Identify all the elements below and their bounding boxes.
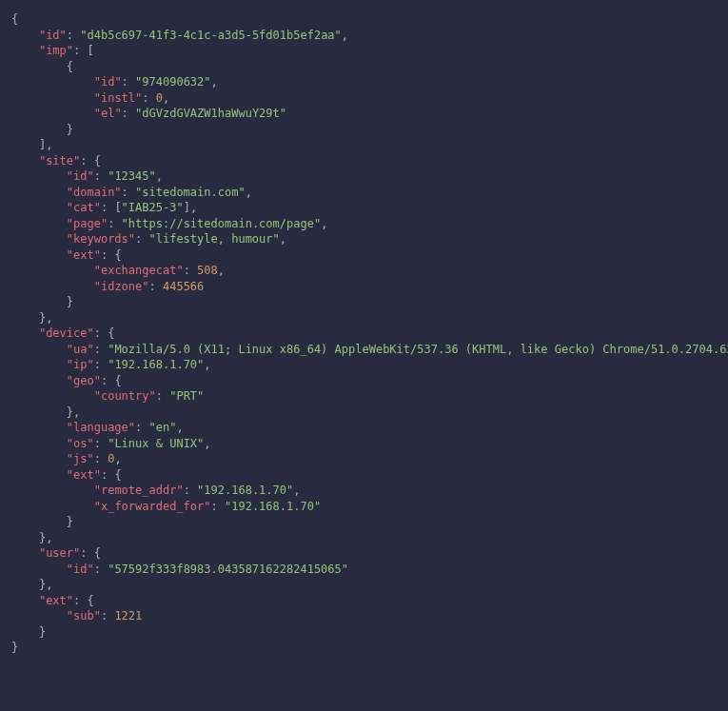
json-number: 508 <box>197 264 218 277</box>
json-string: "https://sitedomain.com/page" <box>122 217 322 230</box>
json-key: "ua" <box>67 343 94 356</box>
json-key: "keywords" <box>67 232 135 246</box>
json-string: "PRT" <box>169 389 204 403</box>
json-key: "js" <box>67 452 94 465</box>
json-string: "192.168.1.70" <box>197 484 293 497</box>
json-string: "Mozilla/5.0 (X11; Linux x86_64) AppleWe… <box>108 343 728 356</box>
json-string: "974090632" <box>135 75 210 89</box>
json-key: "user" <box>39 546 80 560</box>
json-string: "d4b5c697-41f3-4c1c-a3d5-5fd01b5ef2aa" <box>80 29 342 42</box>
json-string: "Linux & UNIX" <box>108 437 204 450</box>
json-string: "192.168.1.70" <box>108 358 204 371</box>
brace-close: } <box>11 641 18 654</box>
brace-open: { <box>11 12 18 26</box>
json-key: "ext" <box>67 248 101 262</box>
json-key: "idzone" <box>94 280 149 293</box>
json-string: "192.168.1.70" <box>225 500 321 513</box>
json-string: "57592f333f8983.043587162282415065" <box>108 563 348 576</box>
json-key: "instl" <box>94 91 143 105</box>
json-key: "device" <box>39 326 94 340</box>
json-key: "geo" <box>67 374 101 387</box>
json-key: "country" <box>94 389 156 403</box>
json-key: "imp" <box>39 44 73 57</box>
json-string: "sitedomain.com" <box>135 186 246 199</box>
json-key: "x_forwarded_for" <box>94 500 211 513</box>
json-number: 0 <box>156 91 163 105</box>
json-key: "exchangecat" <box>94 264 184 277</box>
json-number: 445566 <box>163 280 204 293</box>
json-key: "ip" <box>67 358 94 371</box>
json-key: "site" <box>39 154 80 168</box>
json-key: "os" <box>67 437 94 450</box>
json-key: "id" <box>67 169 94 183</box>
json-key: "cat" <box>67 201 101 214</box>
json-string: "dGVzdGVAZW1haWwuY29t" <box>135 107 286 120</box>
json-string: "IAB25-3" <box>122 201 184 214</box>
json-key: "language" <box>67 421 135 434</box>
json-code-block: { "id": "d4b5c697-41f3-4c1c-a3d5-5fd01b5… <box>11 11 717 656</box>
json-string: "12345" <box>108 169 156 183</box>
json-string: "en" <box>149 421 177 434</box>
json-key: "id" <box>94 75 122 89</box>
json-key: "remote_addr" <box>94 484 184 497</box>
json-key: "ext" <box>39 594 73 607</box>
json-key: "domain" <box>67 186 122 199</box>
json-key: "sub" <box>67 609 101 622</box>
json-string: "lifestyle, humour" <box>149 232 280 246</box>
json-key: "page" <box>67 217 108 230</box>
json-key: "ext" <box>67 468 101 482</box>
json-key: "id" <box>67 563 94 576</box>
json-key: "id" <box>39 29 67 42</box>
json-number: 1221 <box>114 609 142 622</box>
json-key: "el" <box>94 107 122 120</box>
